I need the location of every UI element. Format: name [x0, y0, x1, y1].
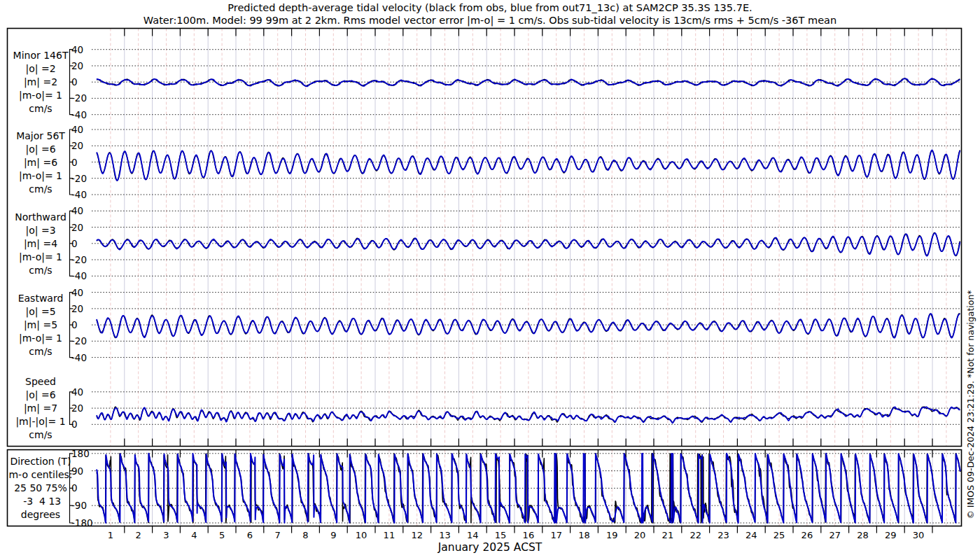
eastward-ytick--20: -20: [71, 335, 87, 346]
day-label-7: 7: [267, 530, 289, 540]
eastward-label-line: |m-o|= 1: [6, 332, 76, 345]
day-label-6: 6: [239, 530, 261, 540]
day-label-2: 2: [127, 530, 150, 540]
day-label-27: 27: [824, 530, 846, 540]
day-label-29: 29: [879, 530, 902, 540]
major-label-line: |m| =6: [6, 156, 76, 169]
northward-label-line: Northward: [6, 211, 76, 224]
speed-label-line: |o| =6: [6, 388, 76, 402]
major-ytick-40: 40: [71, 124, 83, 135]
northward-ytick-20: 20: [71, 222, 83, 233]
minor-label-line: |o| =2: [6, 62, 76, 76]
direction-label-line: Direction (T): [6, 455, 76, 468]
direction-ytick-0: 0: [71, 482, 78, 493]
day-label-8: 8: [295, 530, 317, 540]
minor-label-line: Minor 146T: [6, 49, 76, 62]
tidal-velocity-figure: Predicted depth-average tidal velocity (…: [0, 0, 980, 560]
eastward-label-line: |o| =5: [6, 305, 76, 318]
direction-ytick-90: 90: [71, 465, 83, 477]
northward-ytick--40: -40: [71, 270, 87, 281]
northward-panel-label: Northward|o| =3|m| =4|m-o|= 1cm/s: [6, 211, 76, 277]
minor-ytick-0: 0: [71, 76, 78, 88]
northward-label-line: cm/s: [6, 264, 76, 277]
northward-ytick-0: 0: [71, 238, 78, 249]
day-label-9: 9: [322, 530, 344, 540]
direction-ytick--180: -180: [71, 517, 93, 528]
eastward-label-line: cm/s: [6, 345, 76, 358]
speed-panel-label: Speed|o| =6|m| =7|m|-|o|= 1cm/s: [6, 375, 76, 442]
northward-ytick--20: -20: [71, 254, 87, 265]
day-label-19: 19: [601, 530, 623, 540]
eastward-ytick-20: 20: [71, 303, 83, 314]
northward-label-line: |m| =4: [6, 237, 76, 251]
day-label-11: 11: [378, 530, 400, 540]
major-label-line: |m-o|= 1: [6, 169, 76, 183]
eastward-ytick-0: 0: [71, 319, 78, 330]
day-label-24: 24: [740, 530, 762, 540]
plot-svg: [0, 0, 980, 560]
direction-label-line: 25 50 75%: [6, 482, 76, 495]
direction-ytick-180: 180: [71, 448, 90, 459]
speed-label-line: Speed: [6, 375, 76, 388]
northward-label-line: |o| =3: [6, 224, 76, 237]
day-label-23: 23: [713, 530, 735, 540]
day-label-3: 3: [155, 530, 178, 540]
day-label-18: 18: [573, 530, 596, 540]
minor-panel-label: Minor 146T|o| =2|m| =2|m-o|= 1cm/s: [6, 49, 76, 115]
day-label-28: 28: [852, 530, 874, 540]
x-axis-label: January 2025 ACST: [0, 541, 980, 554]
major-ytick-0: 0: [71, 157, 78, 168]
day-label-4: 4: [183, 530, 205, 540]
day-label-10: 10: [350, 530, 372, 540]
major-label-line: Major 56T: [6, 130, 76, 143]
day-label-22: 22: [685, 530, 707, 540]
imos-watermark: © IMOS 09-Dec-2024 23:21:29. *Not for na…: [965, 290, 976, 519]
eastward-ytick-40: 40: [71, 287, 83, 298]
direction-ytick--90: -90: [71, 500, 87, 511]
day-label-17: 17: [545, 530, 568, 540]
minor-ytick-20: 20: [71, 60, 83, 71]
speed-label-line: |m| =7: [6, 402, 76, 415]
major-panel-label: Major 56T|o| =6|m| =6|m-o|= 1cm/s: [6, 130, 76, 196]
day-label-15: 15: [489, 530, 512, 540]
direction-label-line: -3 4 13: [6, 495, 76, 508]
speed-ytick-0: 0: [71, 419, 78, 430]
major-label-line: |o| =6: [6, 143, 76, 156]
day-label-25: 25: [768, 530, 790, 540]
direction-panel-label: Direction (T)m-o centiles:25 50 75% -3 4…: [6, 455, 76, 522]
eastward-panel-label: Eastward|o| =5|m| =5|m-o|= 1cm/s: [6, 292, 76, 358]
direction-label-line: degrees: [6, 508, 76, 522]
major-label-line: cm/s: [6, 183, 76, 196]
eastward-ytick--40: -40: [71, 352, 87, 363]
day-label-13: 13: [434, 530, 456, 540]
day-label-16: 16: [517, 530, 540, 540]
day-label-12: 12: [406, 530, 428, 540]
northward-label-line: |m-o|= 1: [6, 251, 76, 264]
minor-ytick--40: -40: [71, 109, 87, 120]
major-ytick-20: 20: [71, 140, 83, 151]
day-label-26: 26: [796, 530, 818, 540]
eastward-label-line: |m| =5: [6, 318, 76, 332]
speed-ytick-20: 20: [71, 402, 83, 414]
major-ytick--20: -20: [71, 173, 87, 184]
minor-label-line: |m-o|= 1: [6, 89, 76, 102]
day-label-1: 1: [99, 530, 122, 540]
minor-label-line: |m| =2: [6, 76, 76, 89]
speed-label-line: cm/s: [6, 428, 76, 442]
day-label-21: 21: [657, 530, 679, 540]
panel-borders: [8, 29, 962, 526]
minor-ytick-40: 40: [71, 44, 83, 55]
speed-label-line: |m|-|o|= 1: [6, 415, 76, 428]
minor-label-line: cm/s: [6, 102, 76, 115]
northward-ytick-40: 40: [71, 205, 83, 216]
day-label-30: 30: [907, 530, 930, 540]
major-ytick--40: -40: [71, 189, 87, 200]
minor-ytick--20: -20: [71, 92, 87, 104]
day-label-20: 20: [629, 530, 651, 540]
day-label-14: 14: [461, 530, 484, 540]
eastward-label-line: Eastward: [6, 292, 76, 305]
day-label-5: 5: [211, 530, 233, 540]
speed-ytick-40: 40: [71, 386, 83, 398]
direction-label-line: m-o centiles:: [6, 468, 76, 482]
